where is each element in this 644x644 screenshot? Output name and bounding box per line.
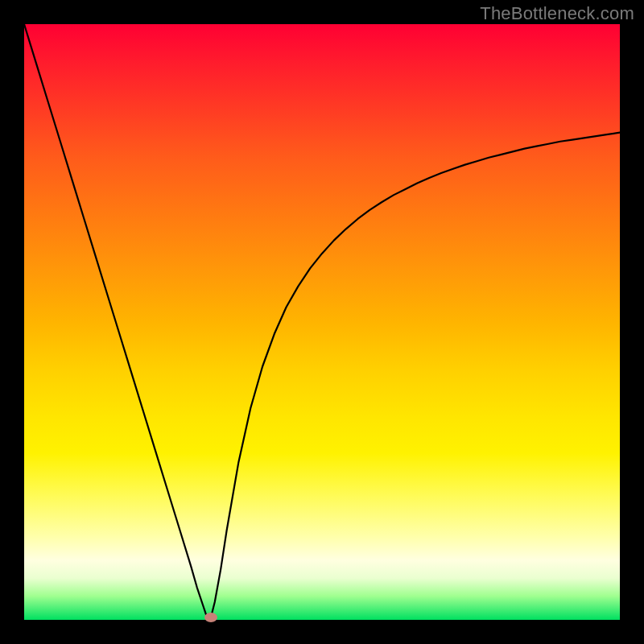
plot-area (24, 24, 620, 620)
optimum-marker (204, 613, 217, 622)
chart-frame: TheBottleneck.com (0, 0, 644, 644)
bottleneck-curve (24, 24, 620, 620)
watermark-text: TheBottleneck.com (480, 3, 634, 24)
